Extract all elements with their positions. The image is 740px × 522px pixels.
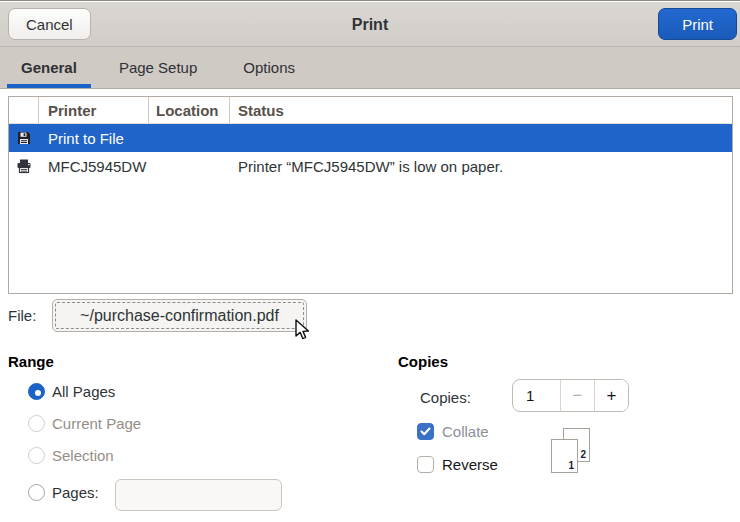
check-icon bbox=[420, 426, 431, 437]
copies-value[interactable]: 1 bbox=[513, 380, 561, 411]
column-printer[interactable]: Printer bbox=[39, 97, 149, 123]
column-location[interactable]: Location bbox=[149, 97, 230, 123]
radio-row-selection: Selection bbox=[28, 447, 114, 464]
cancel-button[interactable]: Cancel bbox=[8, 8, 91, 40]
collate-checkbox bbox=[417, 423, 434, 440]
radio-current-page-label: Current Page bbox=[52, 415, 141, 432]
radio-selection bbox=[28, 447, 45, 464]
collate-page-1: 1 bbox=[551, 439, 578, 473]
table-row-mfcj5945dw[interactable]: MFCJ5945DW Printer “MFCJ5945DW” is low o… bbox=[9, 152, 732, 180]
table-row-print-to-file[interactable]: Print to File bbox=[9, 124, 732, 152]
radio-all-pages[interactable] bbox=[28, 383, 45, 400]
copies-spinbutton: 1 − + bbox=[512, 379, 629, 412]
tab-bar: General Page Setup Options bbox=[0, 47, 740, 89]
reverse-row: Reverse bbox=[417, 456, 498, 473]
row-status: Printer “MFCJ5945DW” is low on paper. bbox=[230, 152, 732, 180]
collate-preview-icon: 2 1 bbox=[548, 426, 596, 476]
row-printer-name: MFCJ5945DW bbox=[39, 152, 149, 180]
row-location bbox=[149, 152, 230, 180]
tab-options[interactable]: Options bbox=[229, 47, 309, 88]
radio-row-pages: Pages: bbox=[28, 484, 99, 501]
copies-count-label: Copies: bbox=[420, 389, 471, 406]
copies-increase-button[interactable]: + bbox=[595, 380, 628, 411]
printer-table: Printer Location Status Print to File bbox=[8, 96, 733, 294]
print-to-file-icon bbox=[9, 124, 39, 152]
collate-label: Collate bbox=[442, 423, 489, 440]
range-section-title: Range bbox=[8, 353, 54, 370]
column-icon bbox=[9, 97, 39, 123]
file-label: File: bbox=[8, 307, 36, 324]
printer-table-header: Printer Location Status bbox=[9, 97, 732, 124]
tab-general[interactable]: General bbox=[7, 47, 91, 88]
reverse-label[interactable]: Reverse bbox=[442, 456, 498, 473]
radio-row-current-page: Current Page bbox=[28, 415, 141, 432]
tab-page-setup[interactable]: Page Setup bbox=[105, 47, 211, 88]
radio-row-all-pages: All Pages bbox=[28, 383, 115, 400]
collate-row: Collate bbox=[417, 423, 489, 440]
radio-pages[interactable] bbox=[28, 484, 45, 501]
printer-icon bbox=[9, 152, 39, 180]
print-button[interactable]: Print bbox=[658, 8, 737, 40]
pages-range-input[interactable] bbox=[115, 479, 282, 511]
row-status bbox=[230, 124, 732, 152]
print-dialog: Cancel Print Print General Page Setup Op… bbox=[0, 0, 740, 522]
reverse-checkbox[interactable] bbox=[417, 456, 434, 473]
radio-all-pages-label[interactable]: All Pages bbox=[52, 383, 115, 400]
header-bar: Cancel Print Print bbox=[0, 2, 740, 47]
dialog-title: Print bbox=[0, 2, 740, 47]
radio-pages-label[interactable]: Pages: bbox=[52, 484, 99, 501]
row-printer-name: Print to File bbox=[39, 124, 149, 152]
column-status[interactable]: Status bbox=[230, 97, 732, 123]
radio-selection-label: Selection bbox=[52, 447, 114, 464]
copies-section-title: Copies bbox=[398, 353, 448, 370]
file-name-button[interactable]: ~/purchase-confirmation.pdf bbox=[52, 299, 307, 332]
radio-current-page bbox=[28, 415, 45, 432]
copies-decrease-button: − bbox=[561, 380, 595, 411]
row-location bbox=[149, 124, 230, 152]
